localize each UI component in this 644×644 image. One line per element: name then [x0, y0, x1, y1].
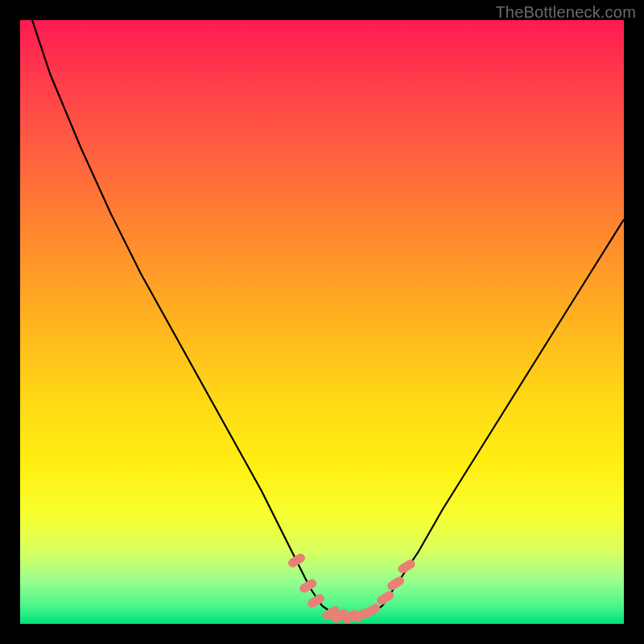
marker-trough-5 [368, 609, 376, 613]
marker-left-upper [293, 558, 301, 563]
marker-right-mid [392, 581, 400, 586]
marker-right-lower [382, 596, 390, 601]
chart-frame: TheBottleneck.com [0, 0, 644, 644]
curve-markers [293, 558, 411, 619]
bottleneck-curve [32, 20, 624, 617]
marker-left-lower [312, 599, 320, 604]
marker-left-mid [304, 584, 312, 588]
attribution-label: TheBottleneck.com [495, 3, 636, 22]
chart-svg [20, 20, 624, 624]
marker-right-upper [402, 564, 411, 569]
plot-area [20, 20, 624, 624]
